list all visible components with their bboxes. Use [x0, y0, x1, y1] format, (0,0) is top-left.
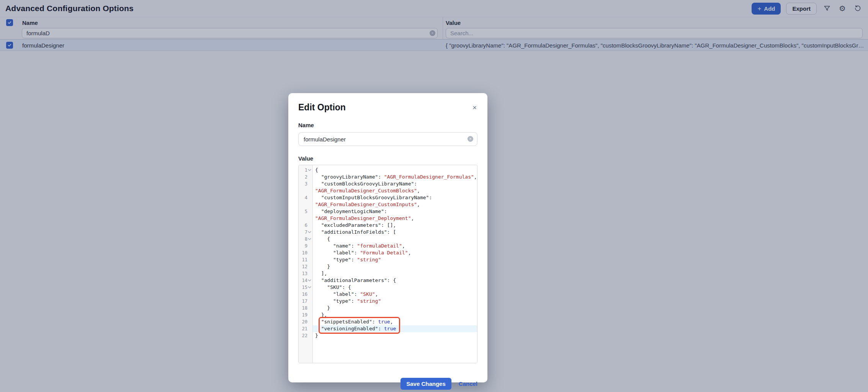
- editor-code[interactable]: { "groovyLibraryName": "AGR_FormulaDesig…: [313, 165, 477, 363]
- gutter-line[interactable]: 2: [299, 174, 312, 180]
- gutter-line[interactable]: 18: [299, 305, 312, 312]
- gutter-line[interactable]: 22: [299, 332, 312, 339]
- code-line[interactable]: "excludedParameters": [],: [313, 222, 477, 229]
- gutter-line[interactable]: 8: [299, 236, 312, 243]
- name-field-label: Name: [298, 122, 477, 128]
- code-line[interactable]: "AGR_FormulaDesigner_CustomInputs",: [313, 201, 477, 208]
- gutter-line[interactable]: 9: [299, 243, 312, 249]
- gutter-line[interactable]: 10: [299, 249, 312, 256]
- gutter-line[interactable]: 16: [299, 291, 312, 298]
- option-name-input[interactable]: [298, 132, 477, 146]
- clear-name-icon[interactable]: ×: [468, 136, 473, 142]
- gutter-line[interactable]: 12: [299, 263, 312, 270]
- gutter-line[interactable]: [299, 201, 312, 208]
- code-line[interactable]: "snippetsEnabled": true,: [313, 318, 477, 325]
- gutter-line[interactable]: 15: [299, 284, 312, 291]
- code-line[interactable]: "SKU": {: [313, 284, 477, 291]
- editor-gutter: 12345678910111213141516171819202122: [299, 165, 313, 363]
- modal-title: Edit Option: [298, 102, 346, 113]
- code-line[interactable]: }: [313, 332, 477, 339]
- edit-option-modal: Edit Option × Name × Value 1234567891011…: [288, 93, 487, 382]
- gutter-line[interactable]: 5: [299, 208, 312, 215]
- code-line[interactable]: "label": "SKU",: [313, 291, 477, 298]
- gutter-line[interactable]: 6: [299, 222, 312, 229]
- json-code-editor[interactable]: 12345678910111213141516171819202122 { "g…: [298, 165, 477, 363]
- code-line[interactable]: "name": "formulaDetail",: [313, 243, 477, 249]
- modal-header: Edit Option ×: [298, 93, 477, 113]
- code-line[interactable]: }: [313, 263, 477, 270]
- save-changes-button[interactable]: Save Changes: [400, 378, 451, 390]
- value-field-label: Value: [298, 155, 477, 162]
- code-line[interactable]: "additionalParameters": {: [313, 277, 477, 284]
- gutter-line[interactable]: 14: [299, 277, 312, 284]
- code-line[interactable]: "additionalInfoFields": [: [313, 229, 477, 236]
- code-line[interactable]: "AGR_FormulaDesigner_Deployment",: [313, 215, 477, 222]
- code-line[interactable]: "groovyLibraryName": "AGR_FormulaDesigne…: [313, 174, 477, 180]
- gutter-line[interactable]: 11: [299, 256, 312, 263]
- code-line[interactable]: "deploymentLogicName":: [313, 208, 477, 215]
- gutter-line[interactable]: [299, 187, 312, 194]
- gutter-line[interactable]: 7: [299, 229, 312, 236]
- close-icon[interactable]: ×: [472, 103, 477, 112]
- code-line[interactable]: {: [313, 167, 477, 174]
- gutter-line[interactable]: 17: [299, 298, 312, 305]
- gutter-line[interactable]: 13: [299, 270, 312, 277]
- code-line[interactable]: "type": "string": [313, 256, 477, 263]
- modal-footer: Save Changes Cancel: [298, 378, 477, 390]
- code-line[interactable]: "customInputBlocksGroovyLibraryName":: [313, 194, 477, 201]
- gutter-line[interactable]: 1: [299, 167, 312, 174]
- code-line[interactable]: "customBlocksGroovyLibraryName":: [313, 180, 477, 187]
- code-line[interactable]: },: [313, 312, 477, 318]
- code-line[interactable]: "AGR_FormulaDesigner_CustomBlocks",: [313, 187, 477, 194]
- code-line[interactable]: {: [313, 236, 477, 243]
- code-line[interactable]: "type": "string": [313, 298, 477, 305]
- gutter-line[interactable]: 4: [299, 194, 312, 201]
- code-line[interactable]: ],: [313, 270, 477, 277]
- cancel-button[interactable]: Cancel: [459, 381, 477, 387]
- gutter-line[interactable]: [299, 215, 312, 222]
- gutter-line[interactable]: 19: [299, 312, 312, 318]
- code-line[interactable]: "label": "Formula Detail",: [313, 249, 477, 256]
- gutter-line[interactable]: 3: [299, 180, 312, 187]
- gutter-line[interactable]: 21: [299, 325, 312, 332]
- code-line[interactable]: "versioningEnabled": true: [313, 325, 477, 332]
- code-line[interactable]: }: [313, 305, 477, 312]
- name-field-wrap: ×: [298, 132, 477, 146]
- gutter-line[interactable]: 20: [299, 318, 312, 325]
